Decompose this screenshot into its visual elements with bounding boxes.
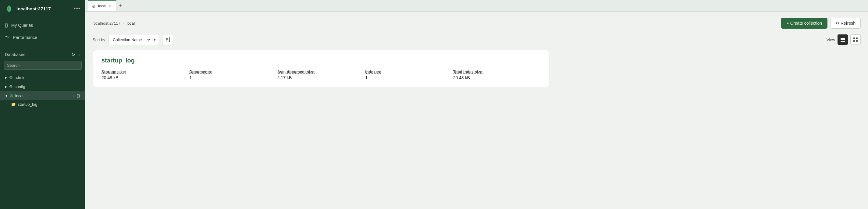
caret-down-icon: ▼ [5,94,8,97]
search-input[interactable] [4,61,82,70]
sort-bar: Sort by Collection Name Storage Size Doc… [93,34,861,45]
view-label: View [827,37,835,42]
stat-value-indexes: 1 [365,75,453,80]
svg-rect-7 [856,37,858,39]
collection-stats: Storage size: 20.48 kB Documents: 1 Avg.… [101,69,541,80]
stat-label-total-index: Total index size: [453,69,541,74]
sidebar-item-config[interactable]: ▶ ⊛ config [0,82,85,91]
breadcrumb-separator: › [123,21,124,26]
sidebar-nav: {} My Queries 〜 Performance [0,17,85,46]
tab-label: local [98,4,106,8]
databases-label: Databases [5,52,69,57]
tab-close-icon[interactable]: ✕ [109,4,112,8]
breadcrumb-db: local [126,21,135,26]
svg-rect-6 [854,37,855,39]
caret-icon: ▶ [5,85,7,88]
content-area: localhost:27117 › local + Create collect… [85,11,868,209]
sort-by-label: Sort by [93,37,105,42]
view-toggle: View [827,34,861,45]
collection-name[interactable]: startup_log [101,57,541,64]
add-database-button[interactable]: + [78,52,81,57]
list-view-icon [840,37,845,42]
sidebar-header: localhost:27117 ••• [0,0,85,17]
stat-storage-size: Storage size: 20.48 kB [101,69,189,80]
main-panel: ⊛ local ✕ + localhost:27117 › local + Cr… [85,0,868,209]
sidebar-nav-label-performance: Performance [13,35,37,40]
stat-value-total-index: 20.48 kB [453,75,541,80]
stat-documents: Documents: 1 [189,69,277,80]
local-db-label: local [15,93,70,98]
tab-bar: ⊛ local ✕ + [85,0,868,11]
list-view-button[interactable] [838,34,848,45]
stat-avg-doc-size: Avg. document size: 2.17 kB [277,69,365,80]
breadcrumb: localhost:27117 › local [93,21,135,26]
sidebar-item-local[interactable]: ▼ ⊛ local + 🗑 [0,91,85,100]
refresh-databases-button[interactable]: ↻ [71,52,75,57]
sidebar-item-performance[interactable]: 〜 Performance [0,31,85,43]
new-tab-button[interactable]: + [117,2,125,9]
sort-order-icon [165,37,170,42]
svg-rect-8 [854,40,855,42]
database-icon: ⊛ [10,93,13,98]
svg-rect-4 [841,39,845,40]
stat-label-storage: Storage size: [101,69,189,74]
sidebar-databases-section: Databases ↻ + ▶ ⊛ admin ▶ ⊛ config ▼ ⊛ l… [0,46,85,209]
collection-label: startup_log [18,102,37,107]
db-label: admin [14,75,25,80]
stat-value-avg: 2.17 kB [277,75,365,80]
add-collection-button[interactable]: + [72,93,74,98]
sidebar-item-startup-log[interactable]: 📁 startup_log [0,100,85,109]
sidebar: localhost:27117 ••• {} My Queries 〜 Perf… [0,0,85,209]
sort-order-button[interactable] [162,34,173,45]
stat-indexes: Indexes: 1 [365,69,453,80]
app-logo-icon [5,4,13,13]
tab-db-icon: ⊛ [92,4,96,8]
collection-icon: 📁 [11,102,16,107]
collection-card: startup_log Storage size: 20.48 kB Docum… [93,50,550,87]
stat-value-docs: 1 [189,75,277,80]
sort-select-wrapper: Collection Name Storage Size Document Co… [108,34,159,45]
more-options-icon[interactable]: ••• [74,5,81,12]
sort-chevron-icon: ▾ [154,37,156,42]
caret-icon: ▶ [5,76,7,79]
sidebar-nav-label-queries: My Queries [11,23,33,28]
performance-icon: 〜 [5,34,10,40]
sidebar-item-admin[interactable]: ▶ ⊛ admin [0,73,85,82]
databases-section-header: Databases ↻ + [0,50,85,59]
connection-title: localhost:27117 [17,6,71,11]
local-db-actions: + 🗑 [72,93,81,98]
svg-rect-3 [841,38,845,39]
tab-local[interactable]: ⊛ local ✕ [88,0,117,11]
refresh-button[interactable]: ↻ Refresh [831,18,861,29]
content-toolbar: localhost:27117 › local + Create collect… [93,18,861,29]
sidebar-item-my-queries[interactable]: {} My Queries [0,20,85,31]
grid-view-button[interactable] [850,34,861,45]
delete-database-button[interactable]: 🗑 [76,93,81,98]
database-icon: ⊛ [9,84,13,89]
breadcrumb-host[interactable]: localhost:27117 [93,21,120,26]
sidebar-search-container [4,61,82,70]
stat-label-indexes: Indexes: [365,69,453,74]
stat-value-storage: 20.48 kB [101,75,189,80]
sort-select[interactable]: Collection Name Storage Size Document Co… [112,37,151,42]
database-icon: ⊛ [9,75,13,80]
grid-view-icon [853,37,858,42]
stat-total-index-size: Total index size: 20.48 kB [453,69,541,80]
create-collection-button[interactable]: + Create collection [781,18,828,29]
svg-rect-5 [841,41,845,42]
toolbar-actions: + Create collection ↻ Refresh [781,18,861,29]
queries-icon: {} [5,23,8,28]
db-label: config [14,84,25,89]
svg-rect-9 [856,40,858,42]
stat-label-docs: Documents: [189,69,277,74]
stat-label-avg: Avg. document size: [277,69,365,74]
databases-actions: ↻ + [71,52,81,57]
